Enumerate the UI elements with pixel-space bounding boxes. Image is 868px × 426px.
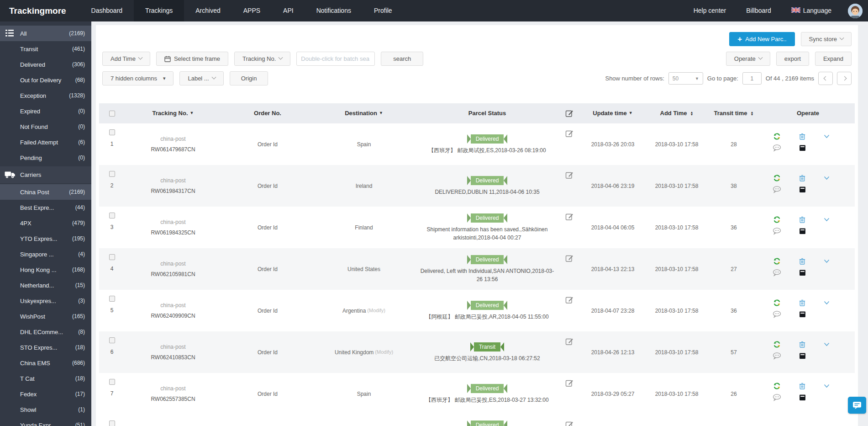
comment-icon[interactable]: [773, 311, 781, 318]
archive-icon[interactable]: [799, 228, 806, 234]
refresh-icon[interactable]: [773, 174, 781, 182]
sidebar-carrier-item[interactable]: Netherland... (15): [0, 277, 91, 293]
comment-icon[interactable]: [773, 394, 781, 401]
row-checkbox[interactable]: [109, 171, 115, 177]
export-button[interactable]: export: [776, 52, 809, 66]
trash-icon[interactable]: [799, 382, 806, 390]
trash-icon[interactable]: [799, 299, 806, 307]
refresh-icon[interactable]: [773, 341, 781, 348]
operate-button[interactable]: Operate: [726, 52, 770, 66]
edit-icon[interactable]: [565, 129, 573, 138]
prev-page-button[interactable]: [818, 72, 833, 85]
refresh-icon[interactable]: [773, 257, 781, 265]
archive-icon[interactable]: [799, 352, 806, 359]
sidebar-status-item[interactable]: Delivered (306): [0, 57, 91, 72]
modify-link[interactable]: (Modify): [375, 348, 393, 356]
rows-per-page-select[interactable]: 50▼: [668, 72, 703, 85]
sidebar-status-item[interactable]: Transit (461): [0, 41, 91, 57]
chevron-down-icon[interactable]: [824, 342, 830, 346]
sidebar-carrier-item[interactable]: STO Expres... (18): [0, 340, 91, 355]
nav-item[interactable]: Profile: [363, 0, 404, 21]
archive-icon[interactable]: [799, 269, 806, 276]
sidebar-carrier-item[interactable]: Yunda Expr... (51): [0, 417, 91, 426]
label-filter-button[interactable]: Label ...: [179, 71, 223, 85]
chevron-down-icon[interactable]: [824, 176, 830, 180]
edit-icon[interactable]: [565, 337, 573, 346]
avatar[interactable]: [848, 4, 863, 18]
trash-icon[interactable]: [799, 341, 806, 348]
archive-icon[interactable]: [799, 144, 806, 151]
modify-link[interactable]: (Modify): [367, 307, 385, 314]
expand-button[interactable]: Expand: [815, 52, 852, 66]
chat-button[interactable]: [848, 397, 866, 414]
comment-icon[interactable]: [773, 352, 781, 360]
sidebar-carrier-item[interactable]: YTO Expres... (195): [0, 231, 91, 246]
edit-icon[interactable]: [565, 254, 573, 262]
refresh-icon[interactable]: [773, 133, 781, 140]
row-checkbox[interactable]: [109, 337, 115, 343]
sidebar-carrier-item[interactable]: Showl (1): [0, 402, 91, 417]
search-button[interactable]: search: [381, 52, 423, 66]
archive-icon[interactable]: [799, 186, 806, 193]
comment-icon[interactable]: [773, 269, 781, 277]
header-add-time[interactable]: Add Time▲▼: [647, 103, 706, 123]
hidden-columns-button[interactable]: 7 hidden columns: [102, 71, 174, 85]
row-checkbox[interactable]: [109, 129, 115, 135]
archive-icon[interactable]: [799, 394, 806, 401]
sidebar-carrier-item[interactable]: Uskyexpres... (3): [0, 293, 91, 309]
sidebar-status-item[interactable]: Not Found (0): [0, 119, 91, 134]
sidebar-status-item[interactable]: Exception (1328): [0, 88, 91, 103]
refresh-icon[interactable]: [773, 216, 781, 224]
sidebar-carrier-item[interactable]: China Post (2169): [0, 184, 91, 200]
chevron-down-icon[interactable]: [824, 384, 830, 388]
add-time-filter-button[interactable]: Add Time: [102, 52, 150, 66]
next-page-button[interactable]: [837, 72, 852, 85]
carriers-section-header[interactable]: Carriers: [0, 166, 91, 183]
nav-item[interactable]: API: [272, 0, 305, 21]
comment-icon[interactable]: [773, 228, 781, 235]
origin-button[interactable]: Origin: [230, 71, 268, 85]
add-new-parcel-button[interactable]: + Add New Parc..: [729, 32, 794, 46]
edit-icon[interactable]: [565, 171, 573, 179]
sidebar-carrier-item[interactable]: Hong Kong ... (168): [0, 262, 91, 277]
chevron-down-icon[interactable]: [824, 259, 830, 263]
nav-item[interactable]: APPS: [232, 0, 272, 21]
tracking-no-filter-button[interactable]: Tracking No.: [234, 52, 290, 66]
brand-logo[interactable]: Trackingmore: [0, 6, 80, 16]
select-time-frame-button[interactable]: Select time frame: [156, 52, 228, 66]
comment-icon[interactable]: [773, 186, 781, 193]
nav-item[interactable]: Dashboard: [80, 0, 134, 21]
refresh-icon[interactable]: [773, 299, 781, 307]
row-checkbox[interactable]: [109, 379, 115, 385]
header-destination[interactable]: Destination▼: [314, 103, 414, 123]
comment-icon[interactable]: [773, 144, 781, 152]
chevron-down-icon[interactable]: [824, 301, 830, 305]
row-checkbox[interactable]: [109, 421, 115, 426]
sidebar-status-item[interactable]: All (2169): [0, 26, 91, 41]
edit-icon[interactable]: [565, 296, 573, 304]
nav-item-billboard[interactable]: Billboard: [736, 0, 781, 21]
sidebar-status-item[interactable]: Pending (0): [0, 150, 91, 165]
chevron-down-icon[interactable]: [824, 134, 830, 138]
search-input[interactable]: [296, 52, 375, 66]
trash-icon[interactable]: [799, 257, 806, 265]
nav-item[interactable]: Notifications: [305, 0, 363, 21]
select-all-checkbox[interactable]: [109, 111, 115, 117]
sidebar-status-item[interactable]: Out for Delivery (68): [0, 72, 91, 88]
edit-icon[interactable]: [565, 379, 573, 387]
sidebar-carrier-item[interactable]: DHL EComme... (8): [0, 324, 91, 340]
header-transit-time[interactable]: Transit time▲▼: [706, 103, 761, 123]
sidebar-carrier-item[interactable]: WishPost (165): [0, 309, 91, 324]
trash-icon[interactable]: [799, 174, 806, 182]
trash-icon[interactable]: [799, 216, 806, 224]
page-number-input[interactable]: [742, 72, 762, 85]
sidebar-carrier-item[interactable]: 4PX (479): [0, 215, 91, 231]
row-checkbox[interactable]: [109, 254, 115, 260]
trash-icon[interactable]: [799, 133, 806, 140]
sidebar-status-item[interactable]: Expired (0): [0, 103, 91, 119]
sidebar-carrier-item[interactable]: Best Expre... (44): [0, 200, 91, 215]
edit-icon[interactable]: [565, 421, 573, 426]
refresh-icon[interactable]: [773, 382, 781, 390]
nav-item[interactable]: Trackings: [134, 0, 184, 21]
archive-icon[interactable]: [799, 311, 806, 318]
